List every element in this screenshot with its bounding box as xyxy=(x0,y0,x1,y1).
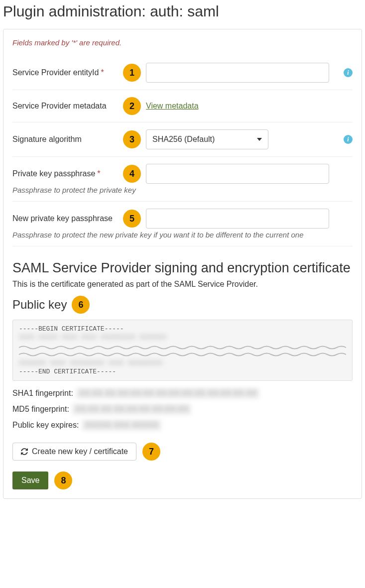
view-metadata-link[interactable]: View metadata xyxy=(146,102,199,111)
cert-begin: -----BEGIN CERTIFICATE----- xyxy=(19,325,346,333)
certificate-block: -----BEGIN CERTIFICATE----- XXXX XXXXX X… xyxy=(12,320,353,381)
public-key-heading: Public key 6 xyxy=(12,296,353,314)
pubkey-heading-text: Public key xyxy=(12,298,67,312)
label-priv-pass: Private key passphrase * xyxy=(12,169,123,178)
badge-1: 1 xyxy=(123,64,141,82)
sha1-label: SHA1 fingerprint: xyxy=(12,389,73,398)
label-entity-id: Service Provider entityId * xyxy=(12,68,123,77)
field-private-passphrase: Private key passphrase * 4 xyxy=(12,157,353,186)
page-title: Plugin administration: auth: saml xyxy=(3,3,362,20)
select-value: SHA256 (Default) xyxy=(152,135,215,144)
expires-label: Public key expires: xyxy=(12,421,79,430)
required-asterisk: * xyxy=(97,169,100,178)
field-entity-id: Service Provider entityId * 1 i xyxy=(12,56,353,90)
expires-value: XXXXX XXX XXXXX xyxy=(82,420,161,431)
badge-6: 6 xyxy=(72,296,90,314)
label-metadata: Service Provider metadata xyxy=(12,102,123,111)
badge-4: 4 xyxy=(123,165,141,183)
save-button[interactable]: Save xyxy=(12,471,48,489)
info-icon[interactable]: i xyxy=(344,68,353,77)
config-panel: Fields marked by '*' are required. Servi… xyxy=(3,29,362,499)
required-asterisk: * xyxy=(101,68,104,77)
badge-3: 3 xyxy=(123,130,141,148)
truncation-wave xyxy=(19,345,346,350)
help-new-priv-pass: Passphrase to protect the new private ke… xyxy=(12,231,353,246)
create-new-cert-button[interactable]: Create new key / certificate xyxy=(12,443,136,461)
info-icon[interactable]: i xyxy=(344,135,353,144)
cert-body: XXXXXXX XXXX XXXXXXXXX XXXX XXXXXXXXX xyxy=(19,358,346,368)
label-text: Service Provider entityId xyxy=(12,68,99,77)
sha1-value: XX:XX XX XX:XX:XX XX:XX:XX:XX XX:XX:XX X… xyxy=(76,388,260,399)
cert-body: XXXX XXXXX XXXX XXXX XXXXXXXXX XXXXXXX xyxy=(19,333,346,343)
md5-label: MD5 fingerprint: xyxy=(12,405,69,414)
label-text: Private key passphrase xyxy=(12,169,95,178)
chevron-down-icon xyxy=(257,138,262,141)
badge-8: 8 xyxy=(54,471,72,489)
new-private-passphrase-input[interactable] xyxy=(146,209,329,229)
cert-section-desc: This is the certificate generated as par… xyxy=(12,280,353,289)
entity-id-input[interactable] xyxy=(146,63,329,83)
refresh-icon xyxy=(21,448,28,455)
truncation-wave xyxy=(19,352,346,356)
expires-row: Public key expires: XXXXX XXX XXXXX xyxy=(12,420,353,431)
field-metadata: Service Provider metadata 2 View metadat… xyxy=(12,90,353,122)
signature-algorithm-select[interactable]: SHA256 (Default) xyxy=(146,129,268,149)
label-sig-algo: Signature algorithm xyxy=(12,135,123,144)
cert-end: -----END CERTIFICATE----- xyxy=(19,368,346,375)
sha1-fingerprint-row: SHA1 fingerprint: XX:XX XX XX:XX:XX XX:X… xyxy=(12,388,353,399)
badge-2: 2 xyxy=(123,97,141,115)
private-passphrase-input[interactable] xyxy=(146,164,329,184)
label-new-priv-pass: New private key passphrase xyxy=(12,214,123,223)
field-new-private-passphrase: New private key passphrase 5 xyxy=(12,202,353,231)
md5-fingerprint-row: MD5 fingerprint: XX:XX XX XX:XX:XX XX:XX… xyxy=(12,404,353,415)
cert-section-heading: SAML Service Provider signing and encryp… xyxy=(12,260,353,276)
badge-5: 5 xyxy=(123,210,141,228)
create-cert-label: Create new key / certificate xyxy=(32,447,128,456)
field-signature-algorithm: Signature algorithm 3 SHA256 (Default) i xyxy=(12,122,353,157)
md5-value: XX:XX XX XX:XX:XX XX:XX:XX xyxy=(72,404,192,415)
help-priv-pass: Passphrase to protect the private key xyxy=(12,186,353,202)
required-note: Fields marked by '*' are required. xyxy=(12,38,353,47)
badge-7: 7 xyxy=(142,443,160,461)
